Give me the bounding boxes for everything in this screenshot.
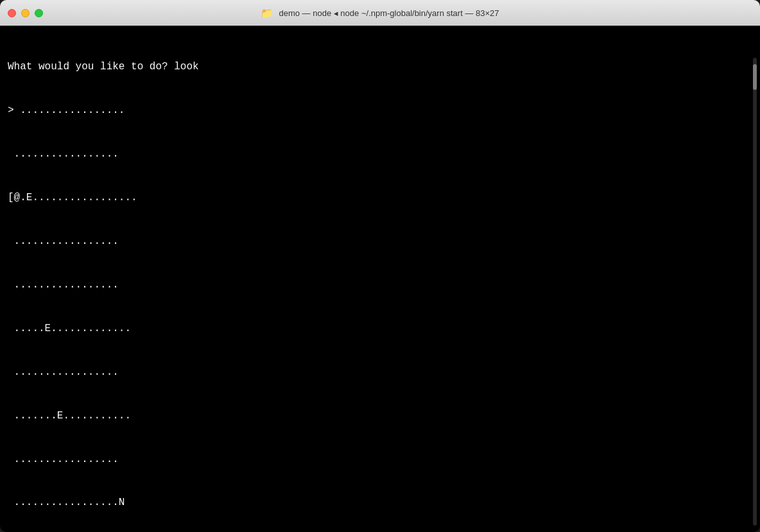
scrollbar-thumb[interactable] xyxy=(753,64,757,90)
scrollbar[interactable] xyxy=(753,58,757,526)
terminal-output: What would you like to do? look > ......… xyxy=(8,31,752,532)
terminal-line-8: ................. xyxy=(8,365,752,380)
terminal-line-7: .....E............. xyxy=(8,322,752,336)
titlebar: 📁 demo — node ◂ node ~/.npm-global/bin/y… xyxy=(0,0,760,26)
terminal-line-1: What would you like to do? look xyxy=(8,60,752,74)
terminal-line-9: .......E........... xyxy=(8,409,752,424)
terminal-line-10: ................. xyxy=(8,452,752,467)
close-button[interactable] xyxy=(8,9,16,17)
terminal-line-4: [@.E................. xyxy=(8,191,752,205)
terminal-line-5: ................. xyxy=(8,234,752,249)
terminal-line-11: .................N xyxy=(8,495,752,510)
window-title: demo — node ◂ node ~/.npm-global/bin/yar… xyxy=(279,8,499,18)
minimize-button[interactable] xyxy=(21,9,30,17)
terminal-body[interactable]: What would you like to do? look > ......… xyxy=(0,26,760,532)
maximize-button[interactable] xyxy=(35,9,43,17)
terminal-line-3: ................. xyxy=(8,147,752,162)
terminal-line-6: ................. xyxy=(8,278,752,293)
terminal-line-2: > ................. xyxy=(8,103,752,118)
folder-icon: 📁 xyxy=(261,7,273,19)
terminal-window: 📁 demo — node ◂ node ~/.npm-global/bin/y… xyxy=(0,0,760,532)
title-area: 📁 demo — node ◂ node ~/.npm-global/bin/y… xyxy=(261,7,499,19)
traffic-lights xyxy=(8,9,43,17)
